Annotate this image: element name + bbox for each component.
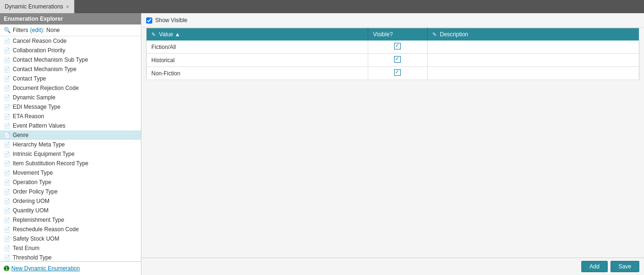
sidebar-item-label: Event Pattern Values xyxy=(13,122,66,129)
sidebar-item-label: Cancel Reason Code xyxy=(13,38,66,44)
document-icon: 📄 xyxy=(4,236,10,242)
sidebar-item[interactable]: 📄Ordering UOM xyxy=(0,196,141,206)
sidebar-item[interactable]: 📄Intrinsic Equipment Type xyxy=(0,149,141,159)
sidebar-item[interactable]: 📄Cancel Reason Code xyxy=(0,36,141,46)
sidebar-item[interactable]: 📄Safety Stock UOM xyxy=(0,234,141,243)
document-icon: 📄 xyxy=(4,123,10,129)
sidebar-item[interactable]: 📄Item Substitution Record Type xyxy=(0,159,141,168)
cell-description xyxy=(427,40,639,54)
column-description[interactable]: ✎ Description xyxy=(427,28,639,41)
visible-checkbox-icon xyxy=(394,69,401,76)
sidebar-item[interactable]: 📄Contact Type xyxy=(0,74,141,83)
sidebar-item-label: Order Policy Type xyxy=(13,188,58,195)
sidebar-header: Enumeration Explorer xyxy=(0,13,141,24)
table-row: Historical xyxy=(147,54,639,67)
document-icon: 📄 xyxy=(4,95,10,101)
column-value[interactable]: ✎ Value ▲ xyxy=(147,28,368,41)
add-button[interactable]: Add xyxy=(581,261,607,272)
cell-value: Fiction/All xyxy=(147,40,368,54)
table-row: Fiction/All xyxy=(147,40,639,54)
sidebar-item-label: Contact Mechanism Sub Type xyxy=(13,57,88,63)
sidebar-item-label: Operation Type xyxy=(13,179,51,186)
main-content: Show Visible ✎ Value ▲ Visible? xyxy=(141,13,644,275)
cell-description xyxy=(427,67,639,80)
main-layout: Enumeration Explorer 🔍 Filters (edit): N… xyxy=(0,13,644,275)
cell-visible[interactable] xyxy=(368,67,427,80)
document-icon: 📄 xyxy=(4,179,10,186)
document-icon: 📄 xyxy=(4,255,10,261)
document-icon: 📄 xyxy=(4,198,10,204)
document-icon: 📄 xyxy=(4,189,10,195)
document-icon: 📄 xyxy=(4,245,10,251)
sidebar-item-label: ETA Reason xyxy=(13,113,44,120)
document-icon: 📄 xyxy=(4,170,10,176)
document-icon: 📄 xyxy=(4,76,10,82)
sidebar-item-label: Test Enum xyxy=(13,245,40,251)
new-dynamic-enumeration-link[interactable]: New Dynamic Enumeration xyxy=(11,265,80,272)
table-header-row: ✎ Value ▲ Visible? ✎ Description xyxy=(147,28,639,41)
sidebar-item[interactable]: 📄EDI Message Type xyxy=(0,102,141,112)
filter-icon: 🔍 xyxy=(4,27,11,33)
filter-edit-link[interactable]: (edit): xyxy=(30,27,45,33)
sidebar-item[interactable]: 📄Dynamic Sample xyxy=(0,93,141,102)
cell-value: Non-Fiction xyxy=(147,67,368,80)
edit-icon: ✎ xyxy=(151,32,156,37)
sidebar-item[interactable]: 📄Contact Mechanism Sub Type xyxy=(0,55,141,65)
save-button[interactable]: Save xyxy=(611,261,639,272)
add-circle-icon: ➊ xyxy=(4,265,9,272)
sidebar-item[interactable]: 📄Reschedule Reason Code xyxy=(0,225,141,234)
action-bar: Add Save xyxy=(141,258,644,275)
sidebar-item-label: Hierarchy Meta Type xyxy=(13,141,65,148)
sidebar-item[interactable]: 📄Event Pattern Values xyxy=(0,121,141,130)
sidebar-item[interactable]: 📄Document Rejection Code xyxy=(0,83,141,93)
document-icon: 📄 xyxy=(4,151,10,157)
sidebar-item-label: Contact Mechanism Type xyxy=(13,66,76,73)
document-icon: 📄 xyxy=(4,48,10,54)
table-body: Fiction/AllHistoricalNon-Fiction xyxy=(147,40,639,80)
show-visible-checkbox[interactable] xyxy=(146,17,152,24)
sidebar-item-label: Genre xyxy=(13,132,28,138)
filter-value: None xyxy=(46,27,60,33)
col-value-label: Value xyxy=(159,31,173,38)
tab-label: Dynamic Enumerations xyxy=(5,3,63,10)
table-row: Non-Fiction xyxy=(147,67,639,80)
sidebar-item[interactable]: 📄Operation Type xyxy=(0,178,141,187)
document-icon: 📄 xyxy=(4,57,10,63)
data-table-wrap: ✎ Value ▲ Visible? ✎ Description xyxy=(141,28,644,258)
column-visible[interactable]: Visible? xyxy=(368,28,427,41)
cell-value: Historical xyxy=(147,54,368,67)
cell-visible[interactable] xyxy=(368,54,427,67)
document-icon: 📄 xyxy=(4,104,10,110)
data-table: ✎ Value ▲ Visible? ✎ Description xyxy=(146,28,639,80)
sidebar-item[interactable]: 📄Movement Type xyxy=(0,168,141,178)
sidebar-item-label: Movement Type xyxy=(13,170,53,176)
sidebar-item[interactable]: 📄Threshold Type xyxy=(0,253,141,261)
dynamic-enumerations-tab[interactable]: Dynamic Enumerations × xyxy=(0,0,74,13)
sidebar-item-label: Document Rejection Code xyxy=(13,85,79,91)
visible-checkbox-icon xyxy=(394,43,401,49)
sidebar-item[interactable]: 📄ETA Reason xyxy=(0,112,141,121)
sidebar-item[interactable]: 📄Collaboration Priority xyxy=(0,46,141,55)
sidebar-item-label: Quantity UOM xyxy=(13,207,49,214)
sidebar-item[interactable]: 📄Genre xyxy=(0,130,141,140)
sidebar-item-label: Item Substitution Record Type xyxy=(13,160,89,167)
col-desc-label: Description xyxy=(440,31,468,38)
sort-icon: ▲ xyxy=(175,31,181,38)
document-icon: 📄 xyxy=(4,113,10,120)
document-icon: 📄 xyxy=(4,142,10,148)
visible-checkbox-icon xyxy=(394,56,401,63)
sidebar-item[interactable]: 📄Replenishment Type xyxy=(0,215,141,225)
sidebar-item[interactable]: 📄Test Enum xyxy=(0,243,141,253)
cell-visible[interactable] xyxy=(368,40,427,54)
sidebar-item-label: Threshold Type xyxy=(13,254,52,261)
sidebar-item[interactable]: 📄Hierarchy Meta Type xyxy=(0,140,141,149)
document-icon: 📄 xyxy=(4,208,10,214)
sidebar-item-label: Safety Stock UOM xyxy=(13,235,59,242)
sidebar-item-label: Contact Type xyxy=(13,75,46,82)
close-icon[interactable]: × xyxy=(66,4,69,9)
sidebar-footer: ➊ New Dynamic Enumeration xyxy=(0,261,141,275)
sidebar-item[interactable]: 📄Quantity UOM xyxy=(0,206,141,215)
cell-description xyxy=(427,54,639,67)
sidebar-item[interactable]: 📄Order Policy Type xyxy=(0,187,141,196)
sidebar-item[interactable]: 📄Contact Mechanism Type xyxy=(0,65,141,74)
